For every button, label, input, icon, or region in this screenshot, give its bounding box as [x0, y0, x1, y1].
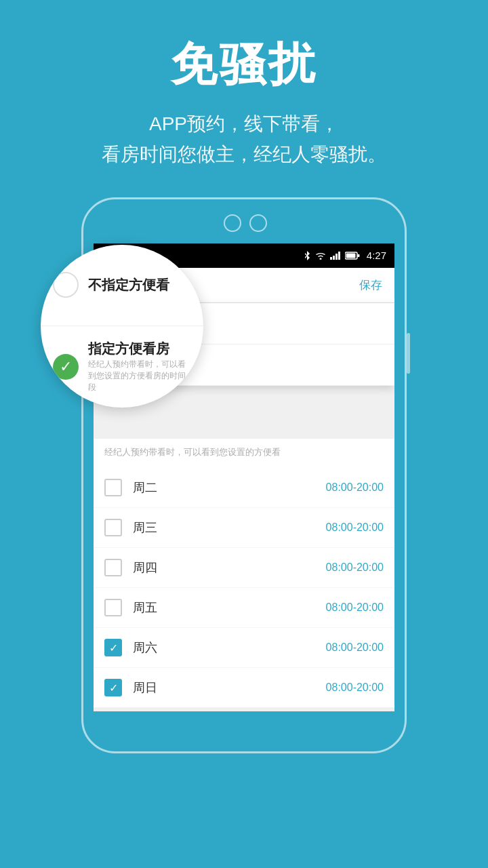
zoom-no-specify-label: 不指定方便看 [88, 276, 169, 294]
zoom-no-specify-icon [53, 272, 79, 298]
zoom-circle: 不指定方便看 ✓ 指定方便看房 经纪人预约带看时，可以看到您设置的方便看房的时间… [41, 245, 203, 408]
phone-mockup: 4:27 的时间段 保存 的时间段 ✓ 时间段 [81, 197, 407, 753]
phone-side-button [407, 333, 410, 374]
page-background: 免骚扰 APP预约，线下带看， 看房时间您做主，经纪人零骚扰。 [0, 0, 488, 868]
zoom-no-specify-content: 不指定方便看 [88, 276, 169, 294]
subtitle-line2: 看房时间您做主，经纪人零骚扰。 [102, 144, 386, 165]
zoom-specify-label: 指定方便看房 [88, 340, 191, 357]
zoom-specify-icon: ✓ [53, 354, 79, 380]
main-title: 免骚扰 [0, 34, 488, 96]
subtitle-line1: APP预约，线下带看， [149, 113, 339, 134]
zoom-specify-content: 指定方便看房 经纪人预约带看时，可以看到您设置的方便看房的时间段 [88, 340, 191, 393]
subtitle: APP预约，线下带看， 看房时间您做主，经纪人零骚扰。 [0, 109, 488, 170]
top-section: 免骚扰 APP预约，线下带看， 看房时间您做主，经纪人零骚扰。 [0, 0, 488, 170]
